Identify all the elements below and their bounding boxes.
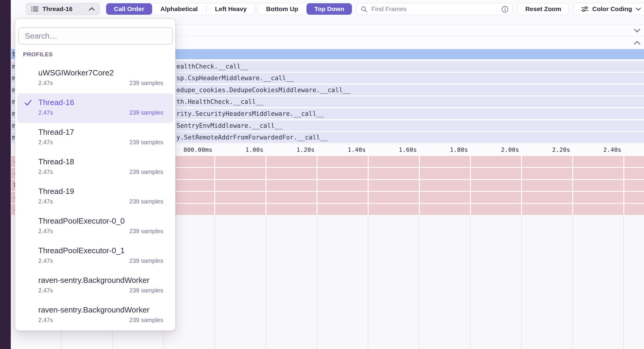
app-sidebar	[0, 0, 11, 349]
profile-duration: 2.47s	[38, 109, 53, 116]
profile-duration: 2.47s	[38, 169, 53, 175]
reset-zoom-button[interactable]: Reset Zoom	[518, 3, 569, 15]
profiler-flamegraph-view: t m ealthCheck.__call__ m sp.CspHeaderMi…	[0, 0, 644, 349]
find-frames-input[interactable]	[356, 3, 512, 15]
axis-tick: 1.00s	[216, 146, 263, 153]
toolbar: Thread-16 Call Order Alphabetical Left H…	[11, 0, 644, 17]
info-icon[interactable]	[501, 6, 509, 13]
dropdown-search-input[interactable]	[18, 27, 173, 45]
thread-selector-button[interactable]: Thread-16	[26, 3, 100, 15]
profile-duration: 2.47s	[38, 317, 53, 324]
axis-tick: 2.00s	[471, 146, 519, 153]
frame-label: SentryEnvMiddleware.__call__	[176, 120, 282, 131]
frame-label: edupe_cookies.DedupeCookiesMiddleware.__…	[176, 85, 350, 95]
profile-samples: 239 samples	[129, 139, 163, 146]
profile-samples: 239 samples	[129, 287, 163, 294]
profile-name: raven-sentry.BackgroundWorker	[38, 276, 163, 285]
profile-duration: 2.47s	[38, 257, 53, 264]
profile-name: ThreadPoolExecutor-0_1	[38, 246, 163, 255]
bottom-up-label: Bottom Up	[266, 5, 298, 13]
axis-tick: 1.80s	[420, 146, 468, 153]
profile-option[interactable]: ThreadPoolExecutor-0_1 2.47s239 samples	[17, 242, 173, 271]
sliders-icon	[581, 6, 589, 12]
profile-duration: 2.47s	[38, 228, 53, 235]
thread-selector-label: Thread-16	[42, 5, 72, 13]
profile-option[interactable]: uWSGIWorker7Core2 2.47s239 samples	[17, 64, 173, 93]
axis-tick: 1.60s	[369, 146, 417, 153]
color-coding-button[interactable]: Color Coding	[574, 3, 644, 15]
find-frames-search	[356, 3, 513, 15]
profile-name: raven-sentry.BackgroundWorker	[38, 305, 163, 314]
profile-option[interactable]: Thread-19 2.47s239 samples	[17, 182, 173, 212]
chevron-up-icon	[634, 41, 640, 45]
profile-option[interactable]: raven-sentry.BackgroundWorker 2.47s239 s…	[17, 301, 173, 330]
profile-option[interactable]: raven-sentry.BackgroundWorker 2.47s239 s…	[17, 271, 173, 301]
profile-duration: 2.47s	[38, 198, 53, 205]
chevron-down-icon	[636, 7, 641, 11]
profile-samples: 239 samples	[129, 317, 163, 324]
profile-option[interactable]: ThreadPoolExecutor-0_0 2.47s239 samples	[17, 212, 173, 242]
profile-name: Thread-17	[38, 128, 163, 136]
profile-option[interactable]: Thread-18 2.47s239 samples	[17, 153, 173, 182]
profile-name: Thread-16	[38, 98, 163, 107]
profile-name: Thread-18	[38, 157, 163, 166]
profile-name: uWSGIWorker7Core2	[38, 68, 163, 77]
axis-tick: 2.20s	[522, 146, 570, 153]
reset-zoom-label: Reset Zoom	[525, 5, 561, 13]
profile-samples: 239 samples	[129, 109, 163, 116]
profile-samples: 239 samples	[129, 80, 163, 87]
profile-option-selected[interactable]: Thread-16 2.47s239 samples	[17, 93, 173, 123]
frame-label: sp.CspHeaderMiddleware.__call__	[176, 73, 294, 84]
profile-samples: 239 samples	[129, 257, 163, 264]
profile-option[interactable]: Thread-17 2.47s239 samples	[17, 123, 173, 153]
profiles-list: uWSGIWorker7Core2 2.47s239 samples Threa…	[15, 64, 175, 330]
sort-call-order-label: Call Order	[114, 5, 144, 13]
bottom-up-button[interactable]: Bottom Up	[258, 3, 306, 15]
thread-dropdown-panel: PROFILES uWSGIWorker7Core2 2.47s239 samp…	[15, 19, 176, 331]
direction-segmented-control: Bottom Up Top Down	[257, 3, 352, 15]
frame-label: ealthCheck.__call__	[176, 61, 248, 72]
profile-duration: 2.47s	[38, 80, 53, 87]
top-down-button[interactable]: Top Down	[306, 3, 352, 15]
profile-duration: 2.47s	[38, 139, 53, 146]
color-coding-label: Color Coding	[592, 5, 632, 13]
sort-call-order-button[interactable]: Call Order	[106, 3, 152, 15]
sort-alphabetical-button[interactable]: Alphabetical	[152, 3, 206, 15]
axis-tick: 1.20s	[267, 146, 315, 153]
axis-tick: 2.40s	[573, 146, 621, 153]
sort-left-heavy-button[interactable]: Left Heavy	[207, 3, 255, 15]
chevron-down-icon	[634, 29, 640, 33]
list-icon	[31, 6, 39, 12]
profile-name: ThreadPoolExecutor-0_0	[38, 216, 163, 225]
chevron-up-icon	[89, 7, 95, 11]
sort-left-heavy-label: Left Heavy	[215, 5, 247, 13]
profile-samples: 239 samples	[129, 169, 163, 175]
profile-name: Thread-19	[38, 187, 163, 196]
frame-label: y.SetRemoteAddrFromForwardedFor.__call__	[176, 132, 328, 143]
sort-segmented-control: Call Order Alphabetical Left Heavy	[106, 3, 255, 15]
sort-alphabetical-label: Alphabetical	[161, 5, 198, 13]
profile-samples: 239 samples	[129, 198, 163, 205]
frame-label: rity.SecurityHeadersMiddleware.__call__	[176, 108, 324, 119]
axis-tick: 1.40s	[318, 146, 366, 153]
expand-panel-button[interactable]	[634, 29, 640, 33]
frame-label: th.HealthCheck.__call__	[176, 96, 263, 107]
profile-duration: 2.47s	[38, 287, 53, 294]
profile-samples: 239 samples	[129, 228, 163, 235]
profiles-section-label: PROFILES	[23, 51, 53, 58]
check-icon	[24, 99, 32, 106]
top-down-label: Top Down	[314, 5, 344, 13]
collapse-panel-button[interactable]	[634, 41, 640, 45]
